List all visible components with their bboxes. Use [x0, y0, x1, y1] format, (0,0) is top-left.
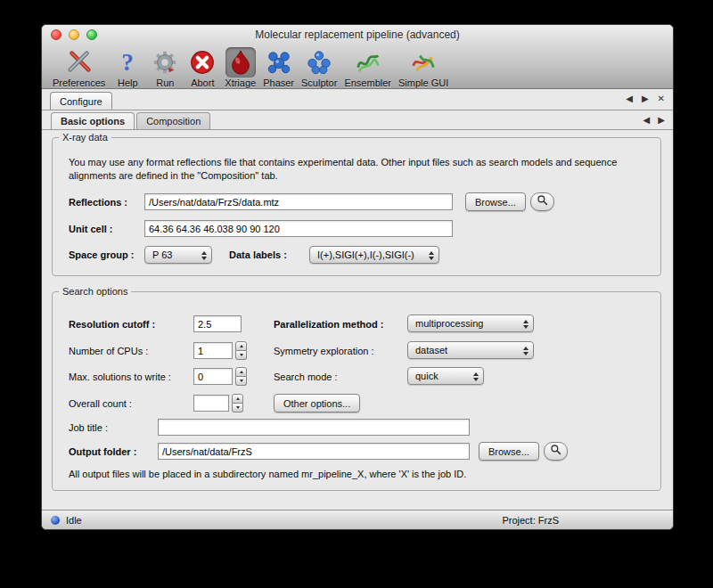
- tab-configure[interactable]: Configure: [50, 92, 112, 110]
- stepper-up-button[interactable]: [235, 341, 247, 351]
- search-mode-select[interactable]: quick: [407, 367, 484, 385]
- close-window-button[interactable]: [51, 29, 61, 40]
- status-bar: Idle Project: FrzS: [42, 510, 673, 529]
- output-folder-label: Output folder :: [69, 446, 136, 457]
- tab-label: Composition: [146, 116, 201, 127]
- num-cpus-input[interactable]: [193, 342, 233, 359]
- window-title: Molecular replacement pipeline (advanced…: [255, 29, 459, 41]
- toolbar-button-phaser[interactable]: Phaser: [259, 46, 298, 89]
- toolbar-label: Help: [118, 78, 138, 88]
- tab-bar: Basic options Composition ◀ ▶: [42, 110, 673, 130]
- tab-basic-options[interactable]: Basic options: [51, 112, 135, 129]
- stepper-up-button[interactable]: [232, 394, 243, 404]
- phaser-icon: [264, 47, 294, 78]
- resolution-cutoff-input[interactable]: [193, 315, 242, 332]
- search-group-title: Search options: [59, 286, 131, 298]
- output-folder-browse-button[interactable]: Browse...: [479, 442, 539, 461]
- toolbar-button-xtriage[interactable]: Xtriage: [221, 46, 259, 89]
- toolbar-button-run[interactable]: Run: [146, 46, 184, 89]
- stepper-down-button[interactable]: [235, 377, 247, 386]
- ensembler-icon: [353, 47, 383, 78]
- stepper-down-button[interactable]: [235, 351, 247, 360]
- toolbar-label: Phaser: [263, 78, 294, 88]
- toolbar-label: Run: [156, 78, 174, 88]
- space-group-select[interactable]: P 63: [144, 246, 212, 264]
- symmetry-exploration-select[interactable]: dataset: [407, 341, 534, 359]
- job-title-label: Job title :: [69, 422, 108, 433]
- app-window: Molecular replacement pipeline (advanced…: [41, 24, 674, 530]
- symmetry-exploration-label: Symmetry exploration :: [274, 346, 373, 356]
- tab-scroll-controls: ◀ ▶: [643, 115, 665, 125]
- titlebar: Molecular replacement pipeline (advanced…: [42, 25, 673, 45]
- xtriage-icon: [225, 47, 256, 78]
- overall-count-input[interactable]: [193, 395, 229, 412]
- reflections-magnifier-button[interactable]: [530, 192, 554, 211]
- toolbar: Preferences ? Help: [42, 45, 673, 89]
- page-forward-icon[interactable]: ▶: [642, 94, 649, 103]
- toolbar-button-ensembler[interactable]: Ensembler: [340, 46, 395, 89]
- abort-icon: [187, 47, 217, 78]
- parallelization-select[interactable]: multiprocessing: [407, 314, 534, 332]
- resolution-cutoff-label: Resolution cutoff :: [69, 319, 155, 330]
- toolbar-label: Sculptor: [301, 78, 337, 88]
- output-note: All output files will be placed in a sub…: [69, 469, 466, 479]
- popup-arrows-icon: [201, 251, 207, 260]
- stepper-down-button[interactable]: [232, 404, 243, 412]
- num-cpus-label: Number of CPUs :: [69, 346, 148, 356]
- reflections-browse-button[interactable]: Browse...: [465, 192, 526, 211]
- max-solutions-label: Max. solutions to write :: [69, 372, 171, 382]
- sculptor-icon: [304, 47, 334, 78]
- xray-group-title: X-ray data: [59, 132, 111, 143]
- tab-scroll-left-icon[interactable]: ◀: [643, 115, 651, 125]
- popup-arrows-icon: [473, 372, 479, 381]
- toolbar-label: Abort: [191, 78, 214, 88]
- output-folder-magnifier-button[interactable]: [544, 442, 568, 461]
- toolbar-button-help[interactable]: ? Help: [109, 46, 146, 89]
- status-indicator-icon: [51, 516, 60, 525]
- magnifier-icon: [549, 443, 562, 460]
- job-title-input[interactable]: [158, 419, 470, 436]
- zoom-window-button[interactable]: [86, 29, 97, 40]
- overall-count-label: Overall count :: [69, 398, 132, 409]
- preferences-icon: [64, 47, 94, 78]
- toolbar-button-abort[interactable]: Abort: [184, 46, 221, 89]
- max-solutions-input[interactable]: [193, 368, 233, 385]
- traffic-lights: [51, 29, 97, 40]
- space-group-label: Space group :: [69, 249, 134, 260]
- output-folder-input[interactable]: [158, 443, 470, 460]
- minimize-window-button[interactable]: [69, 29, 79, 40]
- other-options-button[interactable]: Other options...: [274, 394, 360, 412]
- tab-scroll-right-icon[interactable]: ▶: [658, 115, 665, 125]
- help-icon: ?: [112, 47, 143, 78]
- page-back-icon[interactable]: ◀: [626, 94, 633, 103]
- toolbar-label: Ensembler: [344, 78, 391, 88]
- reflections-input[interactable]: [144, 193, 453, 210]
- overall-count-stepper: [232, 394, 243, 412]
- close-tab-icon[interactable]: ✕: [658, 94, 665, 103]
- unit-cell-input[interactable]: [144, 220, 453, 237]
- toolbar-button-simple-gui[interactable]: Simple GUI: [395, 46, 452, 89]
- xray-data-group: X-ray data You may use any format reflec…: [52, 137, 661, 276]
- toolbar-button-sculptor[interactable]: Sculptor: [298, 46, 340, 89]
- stepper-up-button[interactable]: [235, 367, 247, 377]
- parallelization-label: Parallelization method :: [274, 319, 383, 330]
- configure-nav-controls: ◀ ▶ ✕: [626, 94, 665, 103]
- tab-configure-label: Configure: [60, 96, 102, 107]
- status-text: Idle: [66, 515, 82, 526]
- toolbar-label: Preferences: [53, 78, 105, 88]
- num-cpus-stepper: [235, 341, 247, 360]
- toolbar-label: Simple GUI: [398, 78, 448, 88]
- reflections-label: Reflections :: [69, 197, 127, 208]
- window-chrome: Molecular replacement pipeline (advanced…: [42, 25, 673, 89]
- max-solutions-stepper: [235, 367, 247, 386]
- configure-bar: Configure ◀ ▶ ✕: [42, 89, 673, 110]
- popup-arrows-icon: [429, 251, 434, 260]
- data-labels-label: Data labels :: [229, 249, 287, 260]
- project-label: Project: FrzS: [502, 515, 559, 526]
- tab-composition[interactable]: Composition: [136, 112, 210, 129]
- toolbar-label: Xtriage: [225, 78, 256, 88]
- data-labels-select[interactable]: I(+),SIGI(+),I(-),SIGI(-): [309, 246, 439, 264]
- svg-text:?: ?: [122, 49, 135, 76]
- tab-label: Basic options: [61, 116, 125, 127]
- toolbar-button-preferences[interactable]: Preferences: [49, 46, 109, 89]
